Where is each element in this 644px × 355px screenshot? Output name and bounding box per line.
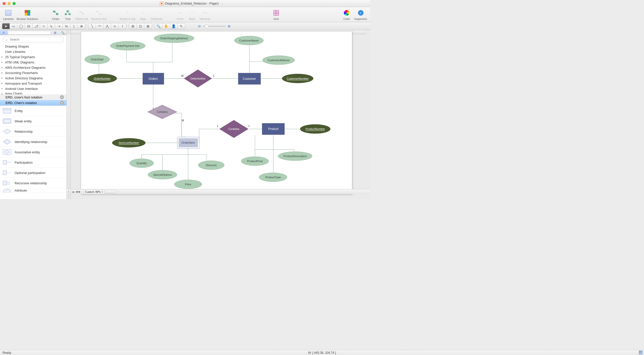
- key-product-number[interactable]: ProductNumber: [300, 124, 330, 133]
- page-tab[interactable]: [105, 190, 109, 194]
- conn7-tool[interactable]: ⊕: [78, 23, 85, 29]
- section-chen[interactable]: ERD, Chen's notation ×: [0, 100, 66, 105]
- reverse-link-button[interactable]: Reverse link: [90, 9, 108, 20]
- browse-solutions-button[interactable]: Browse Solutions: [15, 9, 40, 20]
- page-first[interactable]: ⏮: [72, 190, 75, 193]
- shape-relationship[interactable]: Relationship: [0, 126, 66, 137]
- zoom-in-tool[interactable]: 🔍: [155, 23, 162, 29]
- lib-item[interactable]: Aerospace and Transport: [0, 81, 66, 86]
- key-order-number[interactable]: OrderNumber: [88, 74, 117, 83]
- attr-order-shipping[interactable]: OrderShippingAddress: [154, 34, 194, 43]
- page-next[interactable]: ▶: [79, 190, 81, 193]
- pan-tool[interactable]: ✋: [162, 23, 170, 29]
- line2-tool[interactable]: 〜: [96, 23, 103, 29]
- key-customer-number[interactable]: CustomerNumber: [282, 74, 313, 83]
- chevron-down-icon[interactable]: ⌄: [221, 2, 223, 5]
- inspectors-button[interactable]: iInspectors: [353, 9, 369, 20]
- close-icon[interactable]: ×: [60, 101, 64, 105]
- attr-customer-address[interactable]: CustomerAddress: [263, 56, 295, 65]
- shape-participation[interactable]: Participation: [0, 157, 66, 168]
- ellipse-tool[interactable]: ◯: [17, 23, 25, 29]
- entity-customer[interactable]: Customer: [238, 73, 261, 85]
- zoom-select[interactable]: Custom 49% ▴▾: [84, 190, 104, 194]
- close-icon[interactable]: [3, 2, 6, 5]
- attr-discount[interactable]: Discount: [198, 161, 224, 170]
- attr-customer-name[interactable]: CustomerName: [234, 36, 264, 45]
- snap1-tool[interactable]: ⊞: [129, 23, 137, 29]
- conn2-tool[interactable]: ⤷: [40, 23, 48, 29]
- shape-attribute[interactable]: Attribute: [0, 188, 66, 193]
- attr-product-price[interactable]: ProductPrice: [241, 157, 269, 166]
- conn1-tool[interactable]: ⎇: [32, 23, 40, 29]
- lib-item[interactable]: Accounting Flowcharts: [0, 70, 66, 76]
- line4-tool[interactable]: ∿: [111, 23, 119, 29]
- relationship-order-author[interactable]: OrderAuthor: [184, 70, 212, 87]
- entity-product[interactable]: Product: [262, 123, 285, 135]
- zoom-out-icon[interactable]: ⊖: [198, 24, 201, 28]
- sidebar-search-toggle[interactable]: 🔍: [59, 31, 66, 34]
- snap3-tool[interactable]: ⊠: [144, 23, 152, 29]
- eyedrop-tool[interactable]: 👤: [170, 23, 177, 29]
- tree-button[interactable]: Tree: [62, 9, 74, 20]
- attr-product-type[interactable]: ProductType: [259, 173, 287, 182]
- lib-item[interactable]: AWS Architecture Diagrams: [0, 65, 66, 70]
- conn6-tool[interactable]: ⤵: [70, 23, 78, 29]
- minimize-icon[interactable]: [8, 2, 11, 5]
- page-tab[interactable]: [112, 190, 115, 194]
- page-tab[interactable]: [109, 190, 112, 194]
- attr-price[interactable]: Price: [174, 180, 202, 189]
- lib-item[interactable]: User Libraries: [0, 49, 66, 54]
- shape-weak-entity[interactable]: Weak entity: [0, 116, 66, 126]
- shape-recursive-relationship[interactable]: Recursive relationship: [0, 178, 66, 188]
- shape-associative-entity[interactable]: Associative entity: [0, 147, 66, 157]
- rect-tool[interactable]: ▭: [10, 23, 17, 29]
- lib-item[interactable]: ATM UML Diagrams: [0, 60, 66, 65]
- lib-item[interactable]: Android User Interface: [0, 86, 66, 91]
- color-button[interactable]: Color: [341, 9, 353, 20]
- attr-order-payment[interactable]: OrderPayment Info: [110, 41, 146, 50]
- grid-button[interactable]: Grid: [270, 9, 282, 20]
- zoom-in-icon[interactable]: ⊕: [228, 24, 231, 28]
- relationship-contains-right[interactable]: Contains: [220, 120, 248, 138]
- back-button[interactable]: ▭Back: [186, 9, 198, 20]
- lib-item[interactable]: Drawing Shapes: [0, 44, 66, 49]
- page-prev[interactable]: ◀: [76, 190, 78, 193]
- split-handle[interactable]: ⦀: [67, 189, 71, 194]
- conn5-tool[interactable]: ⇆: [63, 23, 70, 29]
- entity-order-item[interactable]: OrderItem: [177, 137, 199, 149]
- close-icon[interactable]: ×: [60, 95, 64, 99]
- conn3-tool[interactable]: ↳: [48, 23, 55, 29]
- line3-tool[interactable]: ⋀: [103, 23, 111, 29]
- pen-tool[interactable]: ✎: [177, 23, 185, 29]
- distribute-button[interactable]: ⋮⋮Distribute: [149, 9, 164, 20]
- align-button[interactable]: ≡Align: [137, 9, 149, 20]
- conn4-tool[interactable]: ⇢: [55, 23, 63, 29]
- attr-order-date[interactable]: OrderDate: [85, 55, 110, 64]
- sidebar-tab-tree[interactable]: ≣: [0, 30, 8, 35]
- section-crows-foot[interactable]: ERD, crow's foot notation ×: [0, 94, 66, 100]
- maximize-icon[interactable]: [13, 2, 16, 5]
- front-button[interactable]: ▭Front: [174, 9, 186, 20]
- sidebar-grid-view[interactable]: ⊞: [51, 31, 59, 34]
- shape-optional-participation[interactable]: Optional participation: [0, 168, 66, 178]
- delete-link-button[interactable]: Delete link: [74, 9, 90, 20]
- lib-item[interactable]: 25 Typical Orgcharts: [0, 54, 66, 60]
- snap2-tool[interactable]: ⊡: [137, 23, 144, 29]
- entity-orders[interactable]: Orders: [143, 73, 164, 85]
- page-canvas[interactable]: OrderAuthor Contains Contains Orders: [81, 31, 352, 194]
- zoom-stepper[interactable]: ▴▾: [102, 190, 103, 193]
- key-item-line-number[interactable]: ItemLineNumber: [112, 138, 146, 147]
- attr-special-options[interactable]: SpecialOptions: [148, 170, 177, 179]
- relationship-contains-top[interactable]: Contains: [148, 105, 177, 119]
- libraries-button[interactable]: Libraries: [2, 9, 15, 20]
- line1-tool[interactable]: ╲: [88, 23, 96, 29]
- shape-identifying-relationship[interactable]: Identifying relationship: [0, 137, 66, 147]
- line5-tool[interactable]: ⌇: [119, 23, 126, 29]
- lib-item[interactable]: Area Charts: [0, 91, 66, 94]
- lib-item[interactable]: Active Directory Diagrams: [0, 76, 66, 81]
- attr-product-description[interactable]: ProductDescription: [278, 152, 312, 161]
- zoom-slider[interactable]: [203, 26, 226, 27]
- text-tool[interactable]: ⊟: [25, 23, 32, 29]
- identical-button[interactable]: ▭▭Identical: [198, 9, 211, 20]
- pointer-tool[interactable]: ➤: [2, 23, 10, 29]
